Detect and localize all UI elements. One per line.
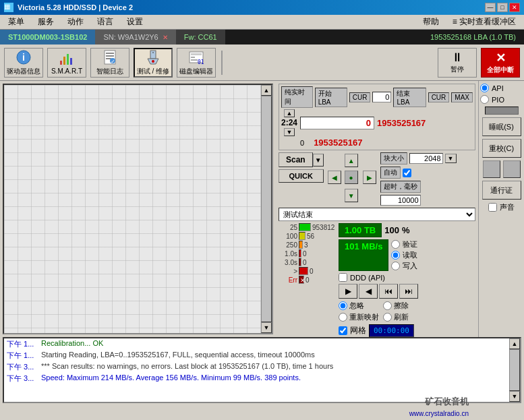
stats-section: 25 953812 100 56 250 3 1.0 [279, 223, 475, 337]
minimize-button[interactable]: — [485, 3, 496, 12]
pause-button[interactable]: ⏸ 暂停 [438, 48, 477, 78]
drive-label: ST1000DM003-1SB102 [8, 33, 87, 41]
device-tab-fw[interactable]: Fw: CC61 [176, 30, 225, 44]
verify-radio-label[interactable]: 验证 [391, 239, 417, 249]
gray-btn-2[interactable] [503, 160, 521, 178]
time-spinners: ▲ 2:24 ▼ [281, 109, 297, 136]
log-icon: ✓ [102, 49, 118, 65]
status-msg-2: Starting Reading, LBA=0..1953525167, FUL… [41, 351, 517, 361]
block-size-input[interactable] [409, 153, 443, 164]
diamond-nav: ▲ ▼ ◀ ▶ ● [328, 154, 376, 202]
nav-center-button[interactable]: ● [345, 171, 358, 184]
menu-item-main[interactable]: 菜单 [3, 16, 30, 28]
menu-item-realtime[interactable]: ≡ 实时查看缓冲区 [447, 16, 521, 28]
status-time-4[interactable]: 下午 3... [7, 373, 37, 384]
ignore-radio-label[interactable]: 忽略 [339, 301, 379, 311]
pio-radio-label[interactable]: PIO [480, 95, 523, 104]
stat-label-1s: 1.0s [279, 250, 297, 258]
erase-radio[interactable] [383, 301, 392, 310]
start-lba-input[interactable] [300, 117, 374, 129]
cur-value-input[interactable] [372, 92, 391, 102]
grid-checkbox[interactable] [339, 326, 347, 335]
menu-item-service[interactable]: 服务 [32, 16, 59, 28]
skip-back-button[interactable]: ⏮ [379, 284, 398, 299]
read-radio[interactable] [391, 251, 400, 260]
recal-button[interactable]: 重校(C) [482, 139, 521, 158]
ignore-label: 忽略 [349, 301, 364, 311]
scan-dropdown[interactable]: ▼ [313, 154, 324, 167]
gray-btn-1[interactable] [483, 160, 500, 178]
stop-button[interactable]: ✕ 全部中断 [481, 48, 520, 78]
nav-left-button[interactable]: ◀ [328, 171, 341, 184]
status-time-2[interactable]: 下午 1... [7, 351, 37, 361]
time-up-arrow[interactable]: ▲ [284, 109, 295, 117]
nav-up-button[interactable]: ▲ [345, 154, 358, 167]
sound-checkbox-label[interactable]: 声音 [488, 202, 515, 212]
status-scroll-down[interactable]: ▼ [509, 391, 520, 402]
menu-item-settings[interactable]: 设置 [121, 16, 148, 28]
log-button[interactable]: ✓ 智能日志 [90, 48, 129, 78]
svg-rect-8 [106, 55, 114, 57]
device-tab-drive[interactable]: ST1000DM003-1SB102 [0, 30, 95, 44]
write-radio[interactable] [391, 262, 400, 270]
timeout-input[interactable] [380, 195, 421, 206]
skip-fwd-button[interactable]: ⏭ [399, 284, 418, 299]
read-radio-label[interactable]: 读取 [391, 250, 417, 260]
pio-radio[interactable] [480, 95, 489, 104]
device-tab-sn[interactable]: SN: W9A1W2Y6 ✕ [95, 30, 175, 44]
status-scrollbar[interactable]: ▲ ▼ [509, 338, 520, 402]
status-time-3[interactable]: 下午 3... [7, 362, 37, 372]
play-button[interactable]: ▶ [339, 284, 357, 299]
nav-down-button[interactable]: ▼ [345, 189, 358, 202]
verify-radio[interactable] [391, 240, 400, 249]
ddd-checkbox[interactable] [339, 273, 347, 282]
ddd-checkbox-label[interactable]: DDD (API) [339, 273, 475, 282]
api-indicator [485, 107, 519, 115]
fw-label: Fw: CC61 [184, 33, 217, 41]
menu-item-help[interactable]: 帮助 [417, 16, 444, 28]
rewind-button[interactable]: ◀ [359, 284, 378, 299]
close-button[interactable]: ✕ [509, 3, 520, 12]
status-time-1[interactable]: 下午 1... [7, 339, 37, 349]
maximize-button[interactable]: □ [497, 3, 508, 12]
scan-scrollbar[interactable]: ▲ ▼ [261, 85, 272, 333]
scan-button[interactable]: Scan [279, 152, 313, 167]
scroll-down-arrow[interactable]: ▼ [261, 322, 272, 333]
svg-rect-4 [67, 54, 69, 65]
write-radio-label[interactable]: 写入 [391, 261, 417, 271]
api-radio-label[interactable]: API [480, 84, 523, 92]
auto-label: 自动 [380, 167, 401, 179]
nav-right-button[interactable]: ▶ [363, 171, 376, 184]
time-down-arrow[interactable]: ▼ [284, 128, 295, 136]
scroll-thumb[interactable] [261, 96, 272, 322]
refresh-radio[interactable] [383, 313, 392, 322]
erase-radio-label[interactable]: 擦除 [383, 301, 409, 311]
menu-item-language[interactable]: 语言 [92, 16, 119, 28]
ignore-radio[interactable] [339, 301, 347, 310]
status-scroll-thumb[interactable] [509, 349, 520, 391]
smart-button[interactable]: S.M.A.R.T [47, 48, 86, 78]
test-button[interactable]: 测试 / 维修 [134, 48, 173, 78]
sleep-button[interactable]: 睡眠(S) [482, 117, 521, 136]
menu-left: 菜单 服务 动作 语言 设置 [3, 16, 148, 28]
quick-button[interactable]: QUICK [279, 169, 324, 183]
sound-checkbox[interactable] [488, 203, 497, 212]
auto-checkbox[interactable] [403, 169, 411, 177]
api-label: API [492, 84, 504, 92]
menu-item-action[interactable]: 动作 [62, 16, 89, 28]
percent-unit: % [402, 225, 410, 235]
api-radio[interactable] [480, 84, 489, 92]
refresh-radio-label[interactable]: 刷新 [383, 312, 409, 322]
timeout-row: 超时，毫秒 [380, 181, 457, 193]
status-scroll-up[interactable]: ▲ [509, 338, 520, 349]
drive-info-button[interactable]: i 驱动器信息 [4, 48, 43, 78]
block-size-dropdown[interactable]: ▼ [445, 154, 457, 163]
end-mode-select[interactable]: 测试结束 [279, 208, 475, 221]
stat-label-3s: 3.0s [279, 259, 297, 266]
remap-radio[interactable] [339, 313, 347, 322]
scroll-up-arrow[interactable]: ▲ [261, 85, 272, 96]
editor-button[interactable]: 01 磁盘编辑器 [177, 48, 216, 78]
sn-close-icon[interactable]: ✕ [163, 34, 168, 41]
remap-radio-label[interactable]: 重新映射 [339, 312, 379, 322]
cert-button[interactable]: 通行证 [482, 181, 521, 200]
